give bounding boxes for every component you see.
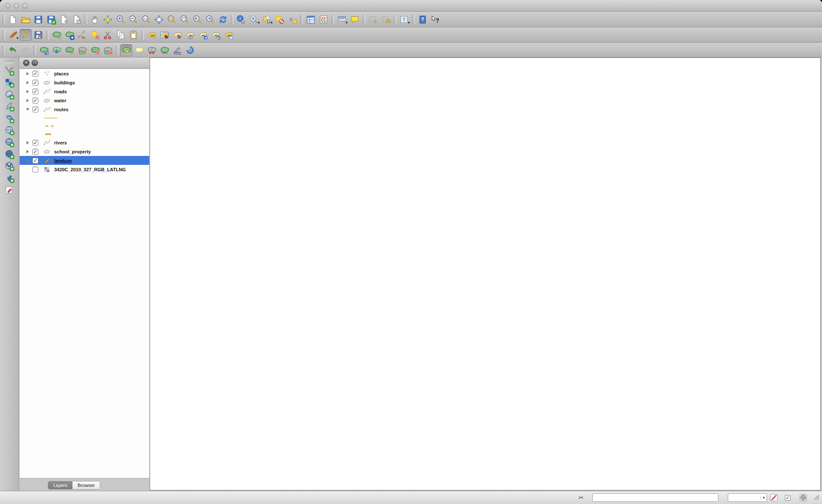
paste-features-icon[interactable]: [127, 29, 139, 41]
delete-selected-icon[interactable]: [89, 29, 101, 41]
zoom-native-icon[interactable]: 1:1: [140, 14, 152, 26]
zoom-next-icon[interactable]: [204, 14, 216, 26]
pan-to-selection-icon[interactable]: [102, 14, 114, 26]
label-highlight-pinned-icon[interactable]: ab: [171, 29, 183, 41]
new-print-composer-icon[interactable]: [58, 14, 70, 26]
copy-features-icon[interactable]: [115, 29, 127, 41]
label-properties-icon[interactable]: abc: [223, 29, 234, 41]
new-project-icon[interactable]: [7, 14, 19, 26]
save-project-as-icon[interactable]: [45, 14, 57, 26]
split-features-icon[interactable]: [146, 44, 158, 56]
add-feature-icon[interactable]: [51, 29, 63, 41]
layer-visibility-checkbox[interactable]: ✓: [32, 98, 38, 104]
run-feature-action-icon[interactable]: ▼: [248, 14, 260, 26]
zoom-to-selection-icon[interactable]: [166, 14, 178, 26]
text-annotation-icon[interactable]: T▼: [398, 14, 410, 26]
symbology-swatch-line-dashes[interactable]: [20, 122, 149, 130]
merge-features-icon[interactable]: [171, 44, 183, 56]
expand-arrow-icon[interactable]: [26, 90, 29, 93]
layer-visibility-checkbox[interactable]: ✓: [32, 149, 38, 155]
expand-arrow-icon[interactable]: [26, 159, 29, 162]
coordinate-input[interactable]: [592, 493, 718, 502]
move-feature-icon[interactable]: [64, 29, 75, 41]
map-tips-icon[interactable]: [349, 14, 361, 26]
expand-arrow-icon[interactable]: [26, 150, 29, 153]
composer-manager-icon[interactable]: [71, 14, 83, 26]
undo-icon[interactable]: [7, 44, 19, 56]
zoom-to-layer-icon[interactable]: [179, 14, 191, 26]
layer-item-buildings[interactable]: ✓buildings: [20, 78, 149, 87]
layer-item-routes[interactable]: ✓routes: [20, 105, 149, 114]
layer-item-landuse[interactable]: ✓landuse: [20, 156, 149, 165]
add-postgis-layer-icon[interactable]: [3, 89, 15, 101]
delete-ring-icon[interactable]: [89, 44, 101, 56]
field-calculator-icon[interactable]: [318, 14, 330, 26]
expand-arrow-icon[interactable]: [26, 99, 29, 102]
title-bar[interactable]: [0, 0, 822, 12]
zoom-out-icon[interactable]: [127, 14, 139, 26]
panel-close-icon[interactable]: ✕: [23, 60, 29, 66]
whats-this-icon[interactable]: ?: [429, 14, 441, 26]
add-oracle-layer-icon[interactable]: [3, 124, 15, 136]
add-mssql-layer-icon[interactable]: [3, 112, 15, 124]
new-bookmark-icon[interactable]: [367, 14, 379, 26]
help-contents-icon[interactable]: ?: [417, 14, 428, 26]
layer-item-places[interactable]: ✓places: [20, 69, 149, 78]
simplify-feature-icon[interactable]: [51, 44, 63, 56]
layer-visibility-checkbox[interactable]: ✓: [32, 140, 38, 146]
add-raster-layer-icon[interactable]: [3, 77, 15, 89]
open-project-icon[interactable]: [20, 14, 32, 26]
expand-arrow-icon[interactable]: [26, 72, 29, 75]
stop-rendering-icon[interactable]: [770, 493, 778, 502]
node-tool-icon[interactable]: [76, 29, 88, 41]
rotate-feature-icon[interactable]: [38, 44, 50, 56]
current-edits-icon[interactable]: ▼: [7, 29, 19, 41]
save-project-icon[interactable]: [32, 14, 44, 26]
add-wcs-layer-icon[interactable]: [3, 148, 15, 160]
panel-float-icon[interactable]: ❐: [32, 60, 38, 66]
dock-tab-browser[interactable]: Browser: [72, 481, 100, 489]
add-ring-icon[interactable]: [64, 44, 75, 56]
label-pin-unpin-icon[interactable]: ab: [159, 29, 171, 41]
symbology-swatch-line-thin[interactable]: [20, 114, 149, 122]
layers-panel-header[interactable]: ✕ ❐: [20, 58, 149, 69]
redo-icon[interactable]: [20, 44, 32, 56]
attribute-table-icon[interactable]: [305, 14, 317, 26]
resize-grip[interactable]: [813, 494, 819, 501]
zoom-in-icon[interactable]: [115, 14, 127, 26]
layer-visibility-checkbox[interactable]: [32, 167, 38, 173]
add-part-icon[interactable]: [76, 44, 88, 56]
label-rotate-icon[interactable]: abc: [210, 29, 222, 41]
show-bookmarks-icon[interactable]: [380, 14, 392, 26]
dock-tab-layers[interactable]: Layers: [48, 481, 72, 489]
add-spatialite-layer-icon[interactable]: [3, 101, 15, 112]
delete-part-icon[interactable]: [102, 44, 114, 56]
layer-item-3420C_2010_327_RGB_LATLNG[interactable]: 3420C_2010_327_RGB_LATLNG: [20, 165, 149, 174]
add-wms-layer-icon[interactable]: [3, 136, 15, 148]
crs-status-button[interactable]: [799, 493, 808, 502]
layer-item-water[interactable]: ✓water: [20, 96, 149, 105]
add-vector-layer-icon[interactable]: [3, 65, 15, 77]
symbology-swatch-line-thick-dash[interactable]: [20, 130, 149, 138]
layer-visibility-checkbox[interactable]: ✓: [32, 71, 38, 77]
add-delimited-text-layer-icon[interactable]: [3, 172, 15, 184]
offset-curve-icon[interactable]: [133, 44, 145, 56]
label-show-hide-icon[interactable]: abc: [184, 29, 196, 41]
refresh-map-icon[interactable]: [217, 14, 229, 26]
layer-visibility-checkbox[interactable]: ✓: [32, 89, 38, 95]
pan-map-icon[interactable]: [89, 14, 101, 26]
scale-combo[interactable]: ▼: [728, 493, 767, 502]
render-checkbox[interactable]: ✓: [785, 495, 790, 501]
layer-visibility-checkbox[interactable]: ✓: [32, 158, 38, 164]
expand-arrow-icon[interactable]: [26, 141, 29, 144]
add-wfs-layer-icon[interactable]: [3, 160, 15, 172]
minimize-window-icon[interactable]: [14, 3, 19, 9]
rotate-point-symbols-icon[interactable]: [184, 44, 196, 56]
layer-visibility-checkbox[interactable]: ✓: [32, 80, 38, 86]
select-by-expression-icon[interactable]: ε: [287, 14, 298, 26]
layer-item-school_property[interactable]: ✓school_property: [20, 147, 149, 156]
layer-visibility-checkbox[interactable]: ✓: [32, 107, 38, 112]
toggle-editing-icon[interactable]: [20, 29, 32, 41]
close-window-icon[interactable]: [5, 3, 11, 9]
deselect-features-icon[interactable]: [274, 14, 286, 26]
